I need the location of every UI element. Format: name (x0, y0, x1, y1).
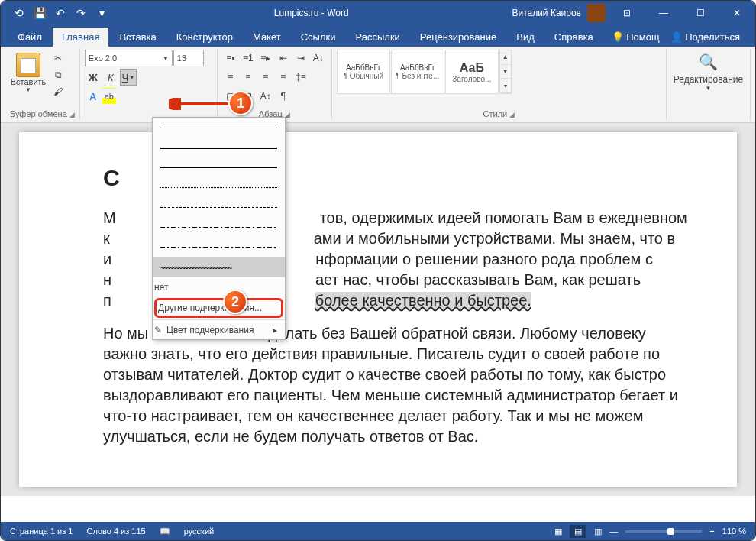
ribbon-display-icon[interactable]: ⊡ (612, 1, 642, 25)
copy-icon[interactable]: ⧉ (50, 70, 66, 85)
show-marks-button[interactable]: ¶ (275, 88, 292, 105)
font-size-combo[interactable]: 13 (173, 50, 204, 66)
undo-icon[interactable]: ↶ (51, 4, 69, 22)
tab-review[interactable]: Рецензирование (411, 28, 506, 47)
numbering-button[interactable]: ≡1 (240, 50, 257, 66)
spellcheck-icon[interactable]: 📖 (160, 526, 170, 536)
sort-button[interactable]: A↓ (310, 50, 327, 66)
zoom-level[interactable]: 110 % (722, 526, 746, 536)
group-label: Буфер обмена (10, 109, 67, 118)
underline-wavy[interactable] (153, 257, 285, 277)
dialog-launcher-icon[interactable]: ◢ (69, 111, 75, 118)
ribbon-tabs: Файл Главная Вставка Конструктор Макет С… (1, 25, 755, 47)
web-layout-icon[interactable]: ▥ (594, 526, 602, 536)
annotation-arrow (169, 98, 230, 110)
language-indicator[interactable]: русский (184, 526, 214, 536)
line-spacing-button[interactable]: ‡≡ (292, 69, 309, 86)
tab-help[interactable]: Справка (545, 28, 603, 47)
paste-button[interactable]: Вставить ▼ (10, 50, 47, 102)
underline-single[interactable] (153, 118, 285, 138)
highlight-button[interactable]: ab (102, 88, 116, 105)
zoom-out-button[interactable]: — (609, 526, 618, 536)
print-layout-icon[interactable]: ▤ (570, 525, 586, 538)
close-button[interactable]: ✕ (722, 1, 752, 25)
font-name-combo[interactable]: Exo 2.0▼ (85, 50, 173, 66)
text-effects-button[interactable]: A (85, 88, 102, 105)
more-underlines[interactable]: Другие подчеркивания... (154, 298, 283, 318)
tab-layout[interactable]: Макет (244, 28, 290, 47)
tab-view[interactable]: Вид (507, 28, 544, 47)
underline-button[interactable]: Ч▼ (120, 69, 137, 86)
format-painter-icon[interactable]: 🖌 (50, 86, 66, 102)
underline-dotdash[interactable] (153, 217, 285, 237)
read-mode-icon[interactable]: ▦ (554, 526, 562, 536)
tab-insert[interactable]: Вставка (110, 28, 165, 47)
pen-icon: ✎ (154, 325, 162, 335)
autosave-icon[interactable]: ⟲ (10, 4, 28, 22)
style-heading1[interactable]: АаБЗаголово... (445, 50, 499, 94)
titlebar: ⟲ 💾 ↶ ↷ ▾ Lumpics.ru - Word Виталий Каир… (1, 1, 755, 25)
dialog-launcher-icon[interactable]: ◢ (509, 111, 515, 118)
tab-home[interactable]: Главная (53, 28, 108, 47)
cut-icon[interactable]: ✂ (50, 53, 66, 68)
group-label: Стили (483, 109, 508, 118)
tab-mailings[interactable]: Рассылки (346, 28, 409, 47)
underline-dashed[interactable] (153, 197, 285, 217)
chevron-down-icon: ▼ (25, 86, 31, 93)
underlined-text: более качественно и быстрее. (315, 292, 531, 309)
underline-dotted[interactable] (153, 177, 285, 197)
paste-label: Вставить (11, 77, 47, 86)
justify-button[interactable]: ≡ (275, 69, 292, 86)
tab-file[interactable]: Файл (8, 28, 51, 47)
bullets-button[interactable]: ≡▪ (222, 50, 239, 66)
align-center-button[interactable]: ≡ (240, 69, 257, 86)
bold-button[interactable]: Ж (85, 69, 102, 86)
minimize-button[interactable]: — (648, 1, 679, 25)
user-name: Виталий Каиров (512, 8, 581, 18)
avatar[interactable] (587, 4, 606, 22)
underline-none[interactable]: нет (153, 277, 285, 296)
multilevel-button[interactable]: ≡▸ (257, 50, 274, 66)
page[interactable]: С М________________________тов, одержимы… (19, 132, 737, 487)
page-indicator[interactable]: Страница 1 из 1 (10, 526, 73, 536)
group-styles: АаБбВвГг¶ Обычный АаБбВвГг¶ Без инте... … (332, 48, 667, 120)
underline-color[interactable]: ✎Цвет подчеркивания▸ (153, 319, 285, 339)
zoom-slider[interactable] (625, 530, 702, 533)
decrease-indent-button[interactable]: ⇤ (275, 50, 292, 66)
paragraph: Но мы не сможем это сделать без Вашей об… (103, 323, 691, 447)
tell-me[interactable]: 💡 Помощ (612, 31, 660, 43)
group-editing: 🔍 Редактирование ▼ . (667, 48, 751, 120)
paste-icon (16, 53, 40, 77)
redo-icon[interactable]: ↷ (72, 4, 90, 22)
quick-access-toolbar: ⟲ 💾 ↶ ↷ ▾ (4, 4, 111, 22)
align-left-button[interactable]: ≡ (222, 69, 239, 86)
styles-scrollbar[interactable]: ▲▼▾ (499, 50, 512, 94)
underline-double[interactable] (153, 138, 285, 157)
annotation-badge-1: 1 (228, 91, 253, 115)
statusbar: Страница 1 из 1 Слово 4 из 115 📖 русский… (1, 522, 755, 540)
tab-design[interactable]: Конструктор (167, 28, 242, 47)
editing-label[interactable]: Редактирование (674, 74, 743, 85)
zoom-in-button[interactable]: + (709, 526, 714, 536)
style-nospacing[interactable]: АаБбВвГг¶ Без инте... (391, 50, 444, 94)
share-button[interactable]: 👤 Поделиться (670, 31, 740, 43)
maximize-button[interactable]: ☐ (685, 1, 716, 25)
align-right-button[interactable]: ≡ (257, 69, 274, 86)
underline-dropdown: нет Другие подчеркивания... ✎Цвет подчер… (152, 117, 286, 340)
sort-az-button[interactable]: A↕ (257, 88, 274, 105)
find-icon[interactable]: 🔍 (699, 53, 718, 71)
qat-dropdown-icon[interactable]: ▾ (92, 4, 111, 22)
document-area: С М________________________тов, одержимы… (1, 123, 755, 496)
increase-indent-button[interactable]: ⇥ (292, 50, 309, 66)
underline-thick[interactable] (153, 157, 285, 177)
save-icon[interactable]: 💾 (31, 4, 49, 22)
chevron-down-icon: ▼ (706, 85, 712, 92)
annotation-badge-2: 2 (223, 290, 247, 314)
italic-button[interactable]: К (102, 69, 119, 86)
style-normal[interactable]: АаБбВвГг¶ Обычный (337, 50, 390, 94)
tab-references[interactable]: Ссылки (292, 28, 345, 47)
group-clipboard: Вставить ▼ ✂ ⧉ 🖌 Буфер обмена ◢ (5, 48, 80, 120)
word-count[interactable]: Слово 4 из 115 (86, 526, 145, 536)
underline-dotdotdash[interactable] (153, 237, 285, 257)
ribbon: Вставить ▼ ✂ ⧉ 🖌 Буфер обмена ◢ Exo 2.0▼… (1, 47, 755, 123)
